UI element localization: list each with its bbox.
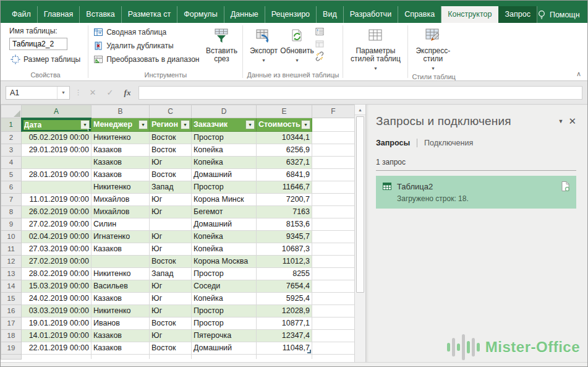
tab-Справка[interactable]: Справка — [398, 6, 441, 23]
cell-B6[interactable]: Никитенко — [92, 181, 150, 193]
column-header-B[interactable]: B — [92, 105, 150, 118]
cell-F5[interactable] — [312, 168, 355, 181]
row-header-12[interactable]: 12 — [1, 255, 22, 267]
refresh-button[interactable]: Обновить ▼ — [280, 25, 313, 71]
tab-Запрос[interactable]: Запрос — [498, 6, 537, 23]
cell-E4[interactable]: 6327,1 — [257, 156, 312, 168]
pivot-table-button[interactable]: Сводная таблица — [92, 25, 200, 39]
cell-F18[interactable] — [312, 329, 355, 342]
table-header-cell-Менеджер[interactable]: Менеджер▼ — [92, 118, 150, 132]
cell-C10[interactable]: Юг — [150, 230, 192, 243]
cell-A10[interactable]: 02.04.2019 00:00 — [22, 230, 92, 243]
filter-dropdown-icon[interactable]: ▼ — [245, 120, 255, 129]
cell-D13[interactable]: Простор — [192, 267, 257, 280]
cell-D11[interactable]: Копейка — [192, 243, 257, 255]
cell-C14[interactable]: Юг — [150, 280, 192, 292]
cell-B14[interactable]: Васильев — [92, 280, 150, 292]
remove-duplicates-button[interactable]: Удалить дубликаты — [92, 39, 200, 53]
query-peek-icon[interactable] — [560, 181, 570, 192]
cell-A6[interactable] — [22, 181, 92, 193]
cell-F16[interactable] — [312, 304, 355, 317]
cell-E8[interactable]: 7163 — [257, 205, 312, 218]
cell-C13[interactable]: Запад — [150, 267, 192, 280]
tab-Вид[interactable]: Вид — [317, 6, 344, 23]
row-header-8[interactable]: 8 — [1, 205, 22, 218]
cell-D10[interactable]: Копейка — [192, 230, 257, 243]
column-header-C[interactable]: C — [150, 105, 192, 118]
filter-dropdown-icon[interactable]: ▼ — [301, 120, 310, 129]
scrollbar-thumb[interactable] — [356, 116, 364, 293]
cell-A11[interactable]: 27.03.2019 00:00 — [22, 243, 92, 255]
tab-connections[interactable]: Подключения — [424, 139, 473, 147]
cell-F6[interactable] — [312, 181, 355, 193]
cell-A2[interactable]: 05.02.2019 00:00 — [22, 131, 92, 144]
cell-A13[interactable]: 28.02.2019 00:00 — [22, 267, 92, 280]
cell-E17[interactable]: 10877,1 — [257, 317, 312, 329]
cell-D8[interactable]: Бегемот — [192, 205, 257, 218]
tab-Файл[interactable]: Файл — [6, 6, 38, 23]
row-header-5[interactable]: 5 — [1, 168, 22, 181]
row-header-17[interactable]: 17 — [1, 317, 22, 329]
cell-B4[interactable]: Казаков — [92, 156, 150, 168]
row-header-9[interactable]: 9 — [1, 218, 22, 230]
cell-C15[interactable]: Юг — [150, 292, 192, 304]
cell-E5[interactable]: 6841,9 — [257, 168, 312, 181]
cell-C9[interactable] — [150, 218, 192, 230]
name-box[interactable]: A1 ▼ — [6, 86, 70, 100]
row-header-1[interactable]: 1 — [1, 118, 22, 132]
vertical-scrollbar[interactable]: ▲ — [354, 105, 365, 367]
scroll-up-icon[interactable]: ▲ — [355, 105, 365, 115]
tab-Данные[interactable]: Данные — [224, 6, 265, 23]
cell-F13[interactable] — [312, 267, 355, 280]
cell-A9[interactable]: 27.02.2019 00:00 — [22, 218, 92, 230]
cell-B19[interactable]: Казаков — [92, 342, 150, 354]
insert-slicer-button[interactable]: Вставить срез — [204, 25, 239, 71]
cell-C2[interactable]: Восток — [150, 131, 192, 144]
name-box-dropdown-icon[interactable]: ▼ — [57, 87, 69, 99]
quick-styles-button[interactable]: Экспресс-стили ▼ — [412, 25, 454, 72]
cell-C12[interactable]: Восток — [150, 255, 192, 267]
cell-A18[interactable]: 14.01.2019 00:00 — [22, 329, 92, 342]
table-header-cell-Заказчик[interactable]: Заказчик▼ — [192, 118, 257, 132]
cell-B17[interactable]: Иванов — [92, 317, 150, 329]
cell-E14[interactable]: 7654,4 — [257, 280, 312, 292]
cell-C19[interactable]: Восток — [150, 342, 192, 354]
cell-A4[interactable] — [22, 156, 92, 168]
cell-F11[interactable] — [312, 243, 355, 255]
cell-F8[interactable] — [312, 205, 355, 218]
cell-E3[interactable]: 6256,9 — [257, 144, 312, 156]
cell-B18[interactable]: Казаков — [92, 329, 150, 342]
cell-F15[interactable] — [312, 292, 355, 304]
selection-fill-handle[interactable] — [88, 128, 92, 132]
cell-E10[interactable]: 9345,7 — [257, 230, 312, 243]
row-header-15[interactable]: 15 — [1, 292, 22, 304]
cell-E2[interactable]: 10344,1 — [257, 131, 312, 144]
tab-Конструктор[interactable]: Конструктор — [441, 6, 498, 23]
cell-E16[interactable]: 12028,9 — [257, 304, 312, 317]
open-file-properties-icon[interactable] — [315, 39, 325, 49]
cell-C11[interactable]: Юг — [150, 243, 192, 255]
row-header-18[interactable]: 18 — [1, 329, 22, 342]
cell-B16[interactable]: Никитенко — [92, 304, 150, 317]
cell-F9[interactable] — [312, 218, 355, 230]
cell-C16[interactable]: Юг — [150, 304, 192, 317]
row-header-19[interactable]: 19 — [1, 342, 22, 354]
cell-E9[interactable]: 8153,6 — [257, 218, 312, 230]
tab-Вставка[interactable]: Вставка — [80, 6, 121, 23]
cell-C17[interactable]: Восток — [150, 317, 192, 329]
cell-E6[interactable]: 11646,7 — [257, 181, 312, 193]
tab-Разработчи[interactable]: Разработчи — [344, 6, 398, 23]
cell-A3[interactable]: 29.01.2019 00:00 — [22, 144, 92, 156]
cancel-entry-icon[interactable]: ✕ — [87, 88, 99, 97]
cell-F10[interactable] — [312, 230, 355, 243]
row-header-6[interactable]: 6 — [1, 181, 22, 193]
row-header-16[interactable]: 16 — [1, 304, 22, 317]
help-button[interactable]: Помощн — [537, 10, 580, 20]
cell-B7[interactable]: Михайлов — [92, 193, 150, 205]
formula-input[interactable] — [138, 86, 582, 100]
column-header-F[interactable]: F — [312, 105, 355, 118]
cell-F2[interactable] — [312, 131, 355, 144]
column-header-D[interactable]: D — [192, 105, 257, 118]
row-header-2[interactable]: 2 — [1, 131, 22, 144]
cell-A14[interactable]: 15.03.2019 00:00 — [22, 280, 92, 292]
